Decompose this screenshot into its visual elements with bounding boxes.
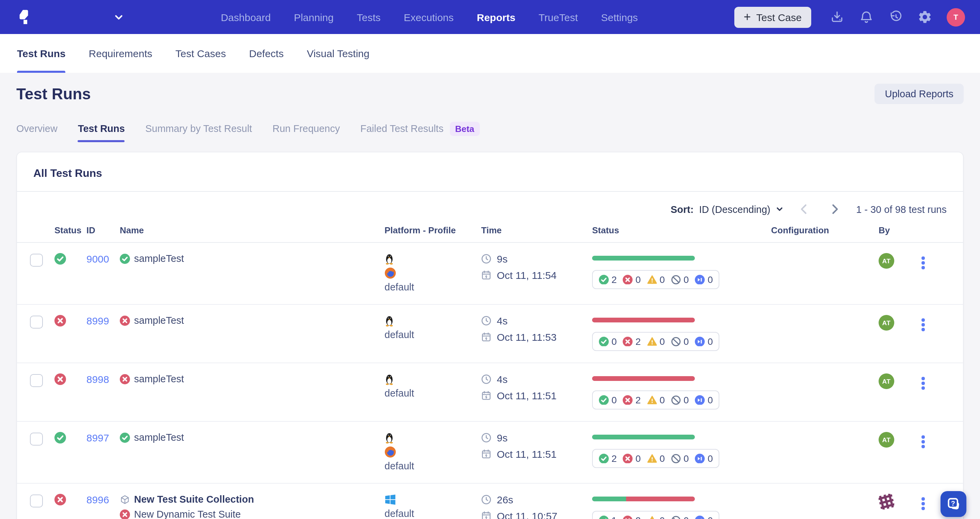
run-id-link[interactable]: 9000 <box>86 253 109 265</box>
count-blocked: 0 <box>671 453 689 464</box>
col-platform-profile: Platform - Profile <box>385 225 481 235</box>
report-tab-summary[interactable]: Summary by Test Result <box>145 123 252 142</box>
row-checkbox[interactable] <box>30 374 43 387</box>
count-skipped: 0 <box>695 515 713 519</box>
sort-dropdown[interactable]: ID (Descending) <box>699 204 784 214</box>
calendar-icon <box>481 511 492 519</box>
top-navbar: Dashboard Planning Tests Executions Repo… <box>0 0 980 34</box>
page-title: Test Runs <box>16 85 91 103</box>
run-id-link[interactable]: 8999 <box>86 315 109 327</box>
profile-label: default <box>385 460 481 471</box>
module-tab-test-runs[interactable]: Test Runs <box>17 34 66 73</box>
help-chat-icon: ? <box>945 495 962 513</box>
row-menu-button[interactable] <box>917 495 929 512</box>
count-failed: 0 <box>623 453 641 464</box>
passed-icon <box>599 516 609 519</box>
col-id: ID <box>86 225 120 235</box>
result-bar <box>592 317 695 322</box>
passed-icon <box>599 337 609 346</box>
gear-icon[interactable] <box>917 10 932 24</box>
row-checkbox[interactable] <box>30 433 43 446</box>
test-name-line[interactable]: sampleTest <box>120 432 385 443</box>
test-name-line[interactable]: sampleTest <box>120 315 385 326</box>
nav-item-reports[interactable]: Reports <box>477 11 515 23</box>
row-menu-button[interactable] <box>917 433 929 450</box>
row-menu-button[interactable] <box>917 375 929 392</box>
count-skipped: 0 <box>695 336 713 347</box>
bell-icon[interactable] <box>859 10 874 24</box>
test-name-line[interactable]: New Dynamic Test Suite <box>120 509 385 519</box>
history-icon[interactable] <box>888 10 903 24</box>
nav-item-executions[interactable]: Executions <box>404 11 454 23</box>
nav-item-dashboard[interactable]: Dashboard <box>221 11 271 23</box>
blocked-icon <box>671 275 681 285</box>
skipped-icon <box>695 516 705 519</box>
table-row[interactable]: 8996 New Test Suite CollectionNew Dynami… <box>17 484 963 519</box>
navbar-actions: + Test Case T <box>734 6 965 27</box>
help-chat-button[interactable]: ? <box>940 491 966 517</box>
failed-icon <box>623 337 633 346</box>
test-name-line[interactable]: sampleTest <box>120 253 385 264</box>
run-id-link[interactable]: 8998 <box>86 373 109 385</box>
run-id-link[interactable]: 8997 <box>86 432 109 443</box>
assignee-avatar: AT <box>878 253 894 269</box>
test-name-line[interactable]: New Test Suite Collection <box>120 494 385 505</box>
skipped-icon <box>695 395 705 405</box>
module-tabs: Test Runs Requirements Test Cases Defect… <box>0 34 980 73</box>
project-switcher-chevron-icon[interactable] <box>113 11 124 23</box>
row-checkbox[interactable] <box>30 254 43 267</box>
row-checkbox[interactable] <box>30 316 43 329</box>
run-datetime: Oct 11, 11:51 <box>497 390 557 402</box>
count-skipped: 0 <box>695 453 713 464</box>
table-row[interactable]: 8997 sampleTest default 9s Oct 11, 11:51… <box>17 422 963 484</box>
pagination-prev-button[interactable] <box>796 202 812 217</box>
module-tab-defects[interactable]: Defects <box>249 34 284 73</box>
module-tab-visual-testing[interactable]: Visual Testing <box>307 34 369 73</box>
warning-icon <box>647 516 657 519</box>
user-avatar[interactable]: T <box>947 8 965 26</box>
result-counts: 02000 <box>592 390 720 409</box>
table-row[interactable]: 9000 sampleTest default 9s Oct 11, 11:54… <box>17 243 963 305</box>
duration-value: 4s <box>497 315 508 327</box>
col-time: Time <box>481 225 592 235</box>
row-checkbox[interactable] <box>30 495 43 508</box>
nav-item-settings[interactable]: Settings <box>601 11 638 23</box>
failed-icon <box>54 373 66 385</box>
count-blocked: 0 <box>671 274 689 285</box>
test-name-line[interactable]: sampleTest <box>120 373 385 384</box>
report-tab-run-frequency[interactable]: Run Frequency <box>272 123 340 142</box>
report-tab-overview[interactable]: Overview <box>16 123 57 142</box>
report-tab-test-runs[interactable]: Test Runs <box>78 123 125 142</box>
nav-item-planning[interactable]: Planning <box>294 11 334 23</box>
result-counts: 20000 <box>592 449 720 468</box>
col-result-status: Status <box>592 225 771 235</box>
clock-icon <box>481 433 492 443</box>
svg-text:?: ? <box>951 499 955 507</box>
col-status: Status <box>54 225 86 235</box>
nav-item-truetest[interactable]: TrueTest <box>539 11 578 23</box>
table-row[interactable]: 8998 sampleTest default 4s Oct 11, 11:51… <box>17 363 963 422</box>
upload-reports-button[interactable]: Upload Reports <box>875 84 964 104</box>
profile-label: default <box>385 388 481 398</box>
nav-item-tests[interactable]: Tests <box>356 11 380 23</box>
clock-icon <box>481 374 492 384</box>
calendar-icon <box>481 332 492 342</box>
download-icon[interactable] <box>830 10 845 24</box>
count-warning: 0 <box>647 336 665 347</box>
test-name: sampleTest <box>134 432 184 443</box>
module-tab-requirements[interactable]: Requirements <box>89 34 153 73</box>
test-name: sampleTest <box>134 253 184 264</box>
count-failed: 2 <box>623 515 641 519</box>
row-menu-button[interactable] <box>917 254 929 271</box>
passed-icon <box>120 253 130 263</box>
profile-label: default <box>385 508 481 519</box>
row-menu-button[interactable] <box>917 316 929 333</box>
blocked-icon <box>671 454 681 463</box>
add-test-case-button[interactable]: + Test Case <box>734 6 811 27</box>
table-row[interactable]: 8999 sampleTest default 4s Oct 11, 11:53… <box>17 305 963 363</box>
module-tab-test-cases[interactable]: Test Cases <box>176 34 226 73</box>
report-tab-failed-results[interactable]: Failed Test Results Beta <box>360 122 480 143</box>
pagination-next-button[interactable] <box>827 202 843 217</box>
suite-box-icon <box>120 494 130 505</box>
run-id-link[interactable]: 8996 <box>86 494 109 505</box>
